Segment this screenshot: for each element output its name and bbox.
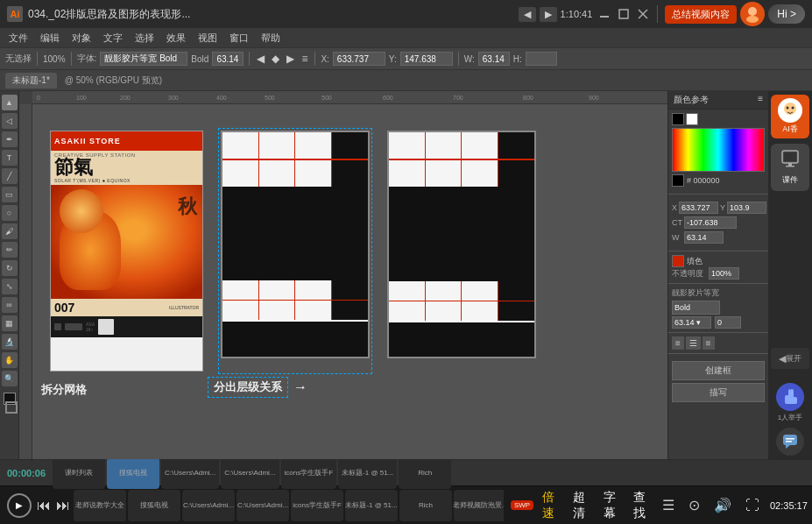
eyedropper-tool[interactable]: 🔬 xyxy=(2,334,18,350)
maximize-icon[interactable] xyxy=(617,7,631,21)
gradient-tool[interactable]: ▦ xyxy=(2,315,18,331)
app-item-5[interactable]: icons学生版手F xyxy=(281,457,337,489)
fg-color-swatch[interactable] xyxy=(672,113,684,125)
taskbar-app-teacher[interactable]: 老师说教学大全 xyxy=(74,490,126,521)
align-center-text-btn[interactable]: ☰ xyxy=(686,336,701,350)
app-item-4[interactable]: C:\Users\Admi... xyxy=(221,457,279,489)
pencil-tool[interactable]: ✏ xyxy=(2,242,18,258)
app-item-7[interactable]: Rich xyxy=(399,457,451,489)
line-tool[interactable]: ╱ xyxy=(2,168,18,184)
type-tool[interactable]: T xyxy=(2,150,18,166)
design-container: ASAKII STORE CREATIVE SUPPLY STATION 節氣 … xyxy=(32,122,554,380)
select-tool[interactable]: ▲ xyxy=(2,95,18,110)
list-btn[interactable]: ☰ xyxy=(659,495,678,515)
font-input[interactable] xyxy=(672,301,720,315)
prev-track-btn[interactable]: ⏮ xyxy=(37,498,51,513)
bg-color-swatch[interactable] xyxy=(686,113,698,125)
minimize-icon[interactable] xyxy=(597,7,611,21)
menu-item-view[interactable]: 视图 xyxy=(193,30,222,46)
play-button[interactable]: ▶ xyxy=(7,493,32,518)
menu-item-window[interactable]: 窗口 xyxy=(224,30,254,46)
x-prop-input[interactable] xyxy=(679,202,718,214)
zoom-tool[interactable]: 🔍 xyxy=(2,371,18,386)
align-left-btn[interactable]: ◀ xyxy=(255,53,266,65)
paintbrush-tool[interactable]: 🖌 xyxy=(2,223,18,239)
color-value-row: # 000000 xyxy=(672,174,765,187)
app-item-6[interactable]: 未标题-1 @ 51... xyxy=(338,457,397,489)
align-justify-btn[interactable]: ≡ xyxy=(300,53,309,65)
hand-tool[interactable]: ✋ xyxy=(2,352,18,368)
subtitle-btn[interactable]: 字幕 xyxy=(598,488,622,523)
poster-autumn-char: 秋 xyxy=(178,194,197,220)
create-frame-btn[interactable]: 创建框 xyxy=(672,361,765,380)
clear-btn[interactable]: 超清 xyxy=(568,488,591,523)
next-btn[interactable]: ▶ xyxy=(540,7,557,22)
w-prop-input[interactable] xyxy=(684,231,724,244)
color-panel-menu[interactable]: ≡ xyxy=(758,94,763,106)
align-right-btn[interactable]: ▶ xyxy=(285,53,296,65)
leading-input[interactable] xyxy=(715,316,741,329)
fullscreen-btn[interactable]: ⛶ xyxy=(742,496,763,515)
find-btn[interactable]: 查找 xyxy=(628,488,652,523)
menu-item-text[interactable]: 文字 xyxy=(98,30,128,46)
font-size-prop-input[interactable] xyxy=(672,316,711,329)
menu-item-file[interactable]: 文件 xyxy=(4,30,33,46)
taskbar-apps-row: 课时列表 搜狐电视 C:\Users\Admi... C:\Users\Admi… xyxy=(53,457,451,489)
hand-icon[interactable] xyxy=(776,383,804,411)
taskbar-app-icons[interactable]: icons学生版手F xyxy=(291,490,343,521)
menu-item-edit[interactable]: 编辑 xyxy=(35,30,65,46)
playback-controls: ▶ ⏮ ⏭ xyxy=(7,493,70,518)
taskbar-app-oldteacher[interactable]: 老师视频防泡景... xyxy=(454,490,504,521)
w-input[interactable] xyxy=(478,52,510,66)
y-coord-input[interactable] xyxy=(400,52,453,66)
h-input[interactable] xyxy=(526,52,557,66)
doc-tab[interactable]: 未标题-1* xyxy=(5,73,57,89)
y-prop-input[interactable] xyxy=(727,202,766,214)
align-left-text-btn[interactable]: ≡ xyxy=(672,336,684,350)
pen-tool[interactable]: ✒ xyxy=(2,131,18,147)
app-item-1[interactable]: 课时列表 xyxy=(53,457,105,489)
speed-btn[interactable]: 倍速 xyxy=(537,488,561,523)
app-item-2[interactable]: 搜狐电视 xyxy=(107,457,159,489)
x-coord-input[interactable] xyxy=(333,52,385,66)
chat-icon[interactable] xyxy=(776,428,804,456)
expand-btn[interactable]: ◀ 展开 xyxy=(771,348,809,369)
record-btn[interactable]: ⊙ xyxy=(685,495,703,515)
ai-btn-label: AI香 xyxy=(782,124,798,135)
taskbar-app-c2[interactable]: C:\Users\Admi... xyxy=(237,490,289,521)
menu-item-effect[interactable]: 效果 xyxy=(161,30,191,46)
rotate-tool[interactable]: ↻ xyxy=(2,260,18,276)
prev-btn[interactable]: ◀ xyxy=(519,7,536,22)
next-track-btn[interactable]: ⏭ xyxy=(56,498,70,513)
menu-item-help[interactable]: 帮助 xyxy=(256,30,286,46)
fill-swatch[interactable] xyxy=(672,255,684,267)
font-input[interactable]: 靓影胶片等宽 Bold xyxy=(100,52,187,66)
align-right-text-btn[interactable]: ≡ xyxy=(703,336,715,350)
menu-item-object[interactable]: 对象 xyxy=(67,30,96,46)
ct-prop-input[interactable] xyxy=(684,216,737,229)
direct-select-tool[interactable]: ◁ xyxy=(2,113,18,129)
opacity-input[interactable] xyxy=(709,267,739,280)
stroke-color-swatch[interactable] xyxy=(5,401,18,414)
app-item-3[interactable]: C:\Users\Admi... xyxy=(161,457,219,489)
blend-tool[interactable]: ∞ xyxy=(2,297,18,313)
ai-panel-btn[interactable]: AI香 xyxy=(771,95,809,138)
course-panel-btn[interactable]: 课件 xyxy=(771,144,809,191)
taskbar-app-rich[interactable]: Rich xyxy=(399,490,452,521)
font-size-input[interactable] xyxy=(212,52,244,66)
close-icon[interactable] xyxy=(636,7,650,21)
color-gradient[interactable] xyxy=(672,128,765,172)
taskbar-app-ai[interactable]: 未标题-1 @ 51... xyxy=(345,490,398,521)
taskbar-app-c1[interactable]: C:\Users\Admi... xyxy=(182,490,235,521)
menu-item-select[interactable]: 选择 xyxy=(130,30,159,46)
ellipse-tool[interactable]: ○ xyxy=(2,205,18,221)
describe-btn[interactable]: 描写 xyxy=(672,383,765,402)
taskbar-app-sohu[interactable]: 搜狐电视 xyxy=(128,490,180,521)
align-center-btn[interactable]: ◆ xyxy=(270,53,281,65)
volume-btn[interactable]: 🔊 xyxy=(710,495,735,515)
hi-button[interactable]: Hi > xyxy=(768,4,805,24)
ai-summary-btn[interactable]: 总结视频内容 xyxy=(665,5,737,24)
svg-rect-12 xyxy=(788,163,792,166)
rect-tool[interactable]: ▭ xyxy=(2,187,18,202)
scale-tool[interactable]: ⤡ xyxy=(2,279,18,294)
